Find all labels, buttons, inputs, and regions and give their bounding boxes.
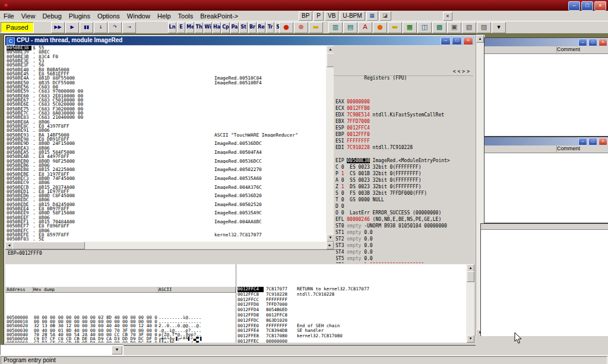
register-line[interactable]: ECX 0012FFB0	[334, 105, 473, 112]
toolbar-icon-c-0[interactable]: ▧	[462, 22, 476, 33]
scroll-thumb[interactable]	[12, 242, 85, 249]
disasm-row[interactable]: 0050BEEF.8B06MOV EAX,DWORD PTR DS:[ESI]	[5, 216, 326, 220]
disasm-row[interactable]: 0050BEB8.8B15 24225000MOV EDX,DWORD PTR …	[5, 167, 326, 172]
dump-row[interactable]: 0050004070 28 5A 40 00 54 2A 40 00 00 CC…	[5, 333, 236, 337]
side-window-titlebar[interactable]: – □ ×	[484, 38, 608, 46]
register-line[interactable]: ST6 empty 1.0000000000000000000	[334, 262, 473, 263]
toolbar-icon-b-3[interactable]: ●	[373, 22, 387, 33]
plugin-button-bp[interactable]: BP	[299, 11, 312, 21]
disasm-row[interactable]: 0050BEF1.8B15 70484A00MOV EDX,DWORD PTR …	[5, 220, 326, 224]
disasm-row[interactable]: 0050BE38$55PUSH EBP	[5, 46, 326, 50]
disasm-row[interactable]: 0050BE60.C683 2E010000 00MOV BYTE PTR DS…	[5, 94, 326, 98]
plugin-toolbar-close-button[interactable]: ×	[443, 12, 452, 21]
register-line[interactable]: ST1 empty 0.0	[334, 229, 473, 236]
menu-item-help[interactable]: Help	[154, 12, 175, 20]
menu-item-tools[interactable]: Tools	[175, 12, 197, 20]
disasm-row[interactable]: 0050BE8C.E8 4397F8FFCALL ImageRed.004955…	[5, 124, 326, 128]
run-control-button-4[interactable]: ↷	[108, 22, 122, 33]
minimize-button[interactable]: –	[568, 1, 580, 11]
disasm-row[interactable]: 0050BEBE.E8 3197F8FFCALL ImageRed.004955…	[5, 172, 326, 176]
dump-row[interactable]: 0050000000 00 00 00 00 00 00 00 02 8D 40…	[5, 315, 236, 319]
menu-item-view[interactable]: View	[18, 12, 39, 20]
disasm-row[interactable]: 0050BEFE.E8 8597F8FFCALL ImageRed.004956…	[5, 233, 326, 237]
register-line[interactable]: EIP 0050BE38 ImageRed.<ModuleEntryPoint>	[334, 157, 473, 164]
stack-row[interactable]: 0012FFC47C817077RETURN to kernel32.7C817…	[236, 287, 467, 292]
disasm-row[interactable]: 0050BEC3.8B0D 74F45000MOV ECX,DWORD PTR …	[5, 176, 326, 181]
run-control-button-1[interactable]: ▶	[65, 22, 79, 33]
window-button-wi[interactable]: Wi	[204, 22, 212, 33]
stack-scrollbar[interactable]: ▲ ▼	[466, 264, 474, 343]
stack-row[interactable]: 0012FFC87C910228ntdll.7C910228	[236, 292, 467, 297]
cpu-maximize-button[interactable]: □	[452, 37, 462, 45]
disasm-row[interactable]: 0050BE6E.C683 5C020000 00MOV BYTE PTR DS…	[5, 102, 326, 106]
toolbar-icon-c-1[interactable]: ▨	[477, 22, 491, 33]
scroll-up-arrow[interactable]: ▲	[476, 35, 484, 43]
register-line[interactable]: C 0 ES 0023 32bit 0(FFFFFFFF)	[334, 164, 473, 170]
scroll-down-arrow[interactable]: ▼	[467, 335, 474, 343]
window-button-tr[interactable]: Tr	[266, 22, 274, 33]
side-window-body[interactable]	[481, 230, 608, 337]
combo-dropdown-button[interactable]: ▼	[112, 346, 122, 354]
register-line[interactable]: EDI 7C910228 ntdll.7C910228	[334, 144, 473, 151]
plugin-button-u-bpm[interactable]: U-BPM	[340, 11, 365, 21]
register-line[interactable]: T 0 GS 0000 NULL	[334, 197, 473, 203]
window-button-pa[interactable]: Pa	[230, 22, 239, 33]
disasm-row[interactable]: 0050BE7C.C683 8A030000 00MOV BYTE PTR DS…	[5, 111, 326, 115]
close-button[interactable]: ×	[594, 1, 606, 11]
toolbar-icon-b-1[interactable]: ▤	[343, 22, 357, 33]
dump-header-ascii[interactable]: ASCII	[157, 287, 236, 292]
dump-row[interactable]: 0050003000 40 00 01 8D 40 00 00 00 00 70…	[5, 328, 236, 333]
window-button-cp[interactable]: Cp	[221, 22, 230, 33]
side-window-body[interactable]	[484, 54, 608, 136]
register-line[interactable]: D 0	[334, 203, 473, 210]
dump-row[interactable]: 0050002032 13 0B 30 12 00 00 30 00 40 40…	[5, 324, 236, 328]
hex-dump-pane[interactable]: Address Hex dump ASCII 0050000000 00 00 …	[5, 264, 236, 343]
disasm-row[interactable]: 0050BEFC.8B06MOV EAX,DWORD PTR DS:[ESI]	[5, 229, 326, 233]
disasm-row[interactable]: 0050BEC9.8B06MOV EAX,DWORD PTR DS:[ESI]	[5, 181, 326, 185]
register-line[interactable]: ESP 0012FFC4	[334, 125, 473, 131]
close-button[interactable]: ×	[598, 39, 607, 46]
maximize-button[interactable]: □	[588, 39, 597, 46]
stack-row[interactable]: 0012FFDC863D1020	[236, 318, 467, 324]
toolbar-icon-b-8[interactable]: ▣	[447, 22, 461, 33]
command-combobox[interactable]: ▼	[0, 344, 124, 356]
stack-pane[interactable]: 0012FFC47C817077RETURN to kernel32.7C817…	[236, 264, 467, 343]
register-line[interactable]: ST5 empty 0.0	[334, 255, 473, 262]
disasm-row[interactable]: 0050BE39.8BECMOV EBP,ESP	[5, 50, 326, 54]
window-button-re[interactable]: Re	[257, 22, 265, 33]
disasm-row[interactable]: 0050BED6.8B0D C8F45000MOV ECX,DWORD PTR …	[5, 194, 326, 198]
stack-row[interactable]: 0012FFE0FFFFFFFFEnd of SEH chain	[236, 324, 467, 329]
registers-nav-buttons[interactable]: <<>>	[453, 68, 471, 75]
stack-row[interactable]: 0012FFD07FFD7000	[236, 302, 467, 308]
disasm-row[interactable]: 0050BE8A.8B06MOV EAX,DWORD PTR DS:[ESI]	[5, 120, 326, 124]
window-button-ln[interactable]: Ln	[168, 22, 176, 33]
register-line[interactable]: ST0 empty -UNORM B938 01050104 00000000	[334, 223, 473, 229]
disasm-row[interactable]: 0050BEA5.8B15 584F5000MOV EDX,DWORD PTR …	[5, 150, 326, 154]
dump-row[interactable]: 00500050C9 D7 CF C0 CD CB DE DA D9 CA D3…	[5, 337, 236, 341]
disasm-row[interactable]: 0050BE75.C683 F3020000 00MOV BYTE PTR DS…	[5, 107, 326, 111]
disasm-row[interactable]: 0050BE93.BA 14BF5000MOV EDX,ImageRed.005…	[5, 133, 326, 137]
window-button-st[interactable]: St	[239, 22, 248, 33]
toolbar-icon-b-5[interactable]: ▦	[403, 22, 417, 33]
comment-column-header[interactable]: Comment	[555, 145, 608, 152]
disasm-row[interactable]: 0050BECB.8B15 20374A00MOV EDX,DWORD PTR …	[5, 185, 326, 189]
disasm-row[interactable]: 0050BEDC.8B06MOV EAX,DWORD PTR DS:[ESI]	[5, 198, 326, 202]
disasm-row[interactable]: 0050BEAB.E8 4497F8FFCALL ImageRed.004955…	[5, 154, 326, 159]
disasm-row[interactable]: 0050BE40.B8 B0BA5000MOV EAX,ImageRed.005…	[5, 68, 326, 72]
disasm-row[interactable]: 0050BED1.E8 1E97F8FFCALL ImageRed.004955…	[5, 189, 326, 194]
scroll-right-arrow[interactable]: ►	[326, 242, 334, 249]
cpu-close-button[interactable]: ×	[463, 37, 473, 45]
comment-column-header[interactable]: Comment	[555, 46, 608, 53]
disasm-row[interactable]: 0050BEF7.E8 F896F8FFCALL ImageRed.004955…	[5, 224, 326, 228]
disasm-row[interactable]: 0050BE83.C683 21040000 00MOV BYTE PTR DS…	[5, 115, 326, 119]
maximize-button[interactable]: □	[581, 1, 593, 11]
toolbar-icon-b-6[interactable]: ◫	[417, 22, 432, 33]
disasm-row[interactable]: 0050BE67.C683 C5010000 00MOV BYTE PTR DS…	[5, 98, 326, 102]
scroll-thumb[interactable]	[467, 271, 474, 282]
toolbar-icon-a-1[interactable]: ⊕	[294, 22, 308, 33]
disasm-row[interactable]: 0050BE91.8B06MOV EAX,DWORD PTR DS:[ESI]	[5, 128, 326, 132]
disasm-row[interactable]: 0050BE45.E8 56B1EFFFCALL ImageRed.00406F…	[5, 72, 326, 76]
menu-item-debug[interactable]: Debug	[39, 12, 65, 20]
disasm-row[interactable]: 0050BE98.E8 DB91F8FFCALL ImageRed.004950…	[5, 137, 326, 141]
register-line[interactable]: O 0 LastErr ERROR_SUCCESS (00000000)	[334, 210, 473, 216]
